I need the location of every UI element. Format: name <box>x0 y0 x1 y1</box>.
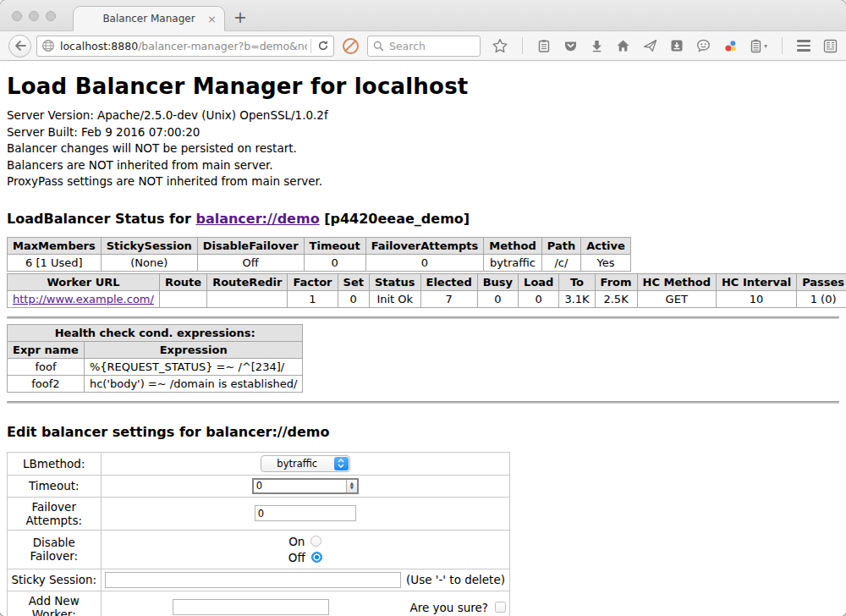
feedback-smiley-icon[interactable] <box>696 39 711 52</box>
col-elected: Elected <box>420 273 477 290</box>
cell-hc-method: GET <box>637 290 716 307</box>
col-hc-interval: HC Interval <box>716 273 796 290</box>
sticky-session-row: Sticky Session: (Use '-' to delete) <box>8 569 510 591</box>
col-routeredir: RouteRedir <box>207 273 288 290</box>
menu-hamburger-icon[interactable] <box>797 40 810 51</box>
url-bar[interactable]: localhost:8880/balancer-manager?b=demo&n… <box>36 36 334 57</box>
section-divider-1 <box>7 316 839 319</box>
search-icon <box>373 41 384 52</box>
extension-colored-dots-icon[interactable] <box>723 39 738 53</box>
cell-expression-2: hc('body') =~ /domain is established/ <box>84 375 303 392</box>
worker-table: Worker URL Route RouteRedir Factor Set S… <box>7 273 846 308</box>
server-info: Server Version: Apache/2.5.0-dev (Unix) … <box>7 107 839 190</box>
radio-off-label: Off <box>288 551 305 564</box>
are-you-sure-label: Are you sure? <box>410 601 489 614</box>
section-divider-2 <box>7 401 839 404</box>
server-version-line: Server Version: Apache/2.5.0-dev (Unix) … <box>7 107 839 124</box>
failover-attempts-row: Failover Attempts: <box>8 497 510 530</box>
cell-from: 2.5K <box>595 290 637 307</box>
col-passes: Passes <box>797 273 846 290</box>
cell-expression-1: %{REQUEST_STATUS} =~ /^[234]/ <box>84 358 303 375</box>
worker-url-link[interactable]: http://www.example.com/ <box>13 293 154 305</box>
url-text[interactable]: localhost:8880/balancer-manager?b=demo&n… <box>60 40 307 52</box>
url-path: /balancer-manager?b=demo&nonce=decc37be-… <box>138 40 307 52</box>
select-stepper-icon <box>334 457 349 470</box>
tab-balancer-manager[interactable]: Balancer Manager × <box>73 6 225 31</box>
failover-on-radio[interactable] <box>310 536 321 547</box>
cell-elected: 7 <box>420 290 477 307</box>
home-icon[interactable] <box>616 39 630 52</box>
col-method: Method <box>484 237 541 254</box>
proxypass-notice-line: ProxyPass settings are NOT inherited fro… <box>7 173 839 190</box>
timeout-field: ▲▼ <box>101 475 510 497</box>
cell-method: bytraffic <box>484 254 541 271</box>
reload-icon[interactable] <box>317 40 329 52</box>
zoom-window-button[interactable] <box>46 11 56 21</box>
session-manager-icon[interactable] <box>750 39 761 53</box>
number-spinner-icon[interactable]: ▲▼ <box>346 480 357 492</box>
timeout-input[interactable] <box>254 480 346 492</box>
back-button[interactable] <box>8 35 31 58</box>
col-expr-name: Expr name <box>8 341 85 358</box>
inherit-notice-line: Balancers are NOT inherited from main se… <box>7 157 839 174</box>
col-load: Load <box>519 273 559 290</box>
back-arrow-icon <box>14 41 26 51</box>
reading-list-icon[interactable] <box>537 39 551 53</box>
search-bar[interactable]: Search <box>367 36 481 57</box>
col-timeout: Timeout <box>304 237 365 254</box>
health-row-foof2: foof2 hc('body') =~ /domain is establish… <box>8 375 303 392</box>
minimize-window-button[interactable] <box>29 11 39 21</box>
health-table-title: Health check cond. expressions: <box>8 324 303 341</box>
lbmethod-select[interactable]: bytraffic <box>261 455 350 472</box>
failover-off-radio[interactable] <box>311 552 322 563</box>
balancer-demo-link[interactable]: balancer://demo <box>195 211 319 227</box>
col-hc-method: HC Method <box>637 273 716 290</box>
are-you-sure-checkbox[interactable] <box>495 602 506 613</box>
balancer-status-table: MaxMembers StickySession DisableFailover… <box>7 237 631 272</box>
browser-window: Balancer Manager × + localhost:8880/bala… <box>0 0 846 616</box>
col-route: Route <box>159 273 206 290</box>
cell-expr-name-2: foof2 <box>8 375 85 392</box>
add-worker-input[interactable] <box>173 599 329 615</box>
failover-attempts-label: Failover Attempts: <box>8 497 102 530</box>
loadbalancer-status-heading: LoadBalancer Status for balancer://demo … <box>7 211 839 227</box>
url-host: localhost:8880 <box>60 40 138 52</box>
balancer-data-row: 6 [1 Used] (None) Off 0 0 bytraffic /c/ … <box>8 254 631 271</box>
save-page-icon[interactable] <box>670 39 684 52</box>
new-tab-button[interactable]: + <box>233 8 247 26</box>
worker-header-row: Worker URL Route RouteRedir Factor Set S… <box>8 273 846 290</box>
bookmark-star-icon[interactable] <box>492 38 508 53</box>
sticky-session-field: (Use '-' to delete) <box>101 569 510 591</box>
cell-routeredir <box>207 290 288 307</box>
cell-failoverattempts: 0 <box>365 254 484 271</box>
col-from: From <box>595 273 637 290</box>
cell-timeout: 0 <box>304 254 365 271</box>
balancer-settings-form: LBmethod: bytraffic Timeout: <box>7 452 510 616</box>
pocket-icon[interactable] <box>563 39 578 52</box>
cell-disablefailover: Off <box>197 254 304 271</box>
close-window-button[interactable] <box>12 11 22 21</box>
toolbar-icons: ▾ <box>492 37 838 54</box>
lbmethod-selected-value: bytraffic <box>261 458 333 470</box>
window-controls <box>12 11 56 21</box>
col-active: Active <box>581 237 631 254</box>
col-disablefailover: DisableFailover <box>197 237 304 254</box>
sticky-session-input[interactable] <box>105 572 401 588</box>
send-tab-icon[interactable] <box>643 39 657 52</box>
cell-active: Yes <box>581 254 631 271</box>
cell-maxmembers: 6 [1 Used] <box>8 254 102 271</box>
health-row-foof: foof %{REQUEST_STATUS} =~ /^[234]/ <box>8 358 303 375</box>
downloads-icon[interactable] <box>591 39 603 52</box>
edit-settings-heading: Edit balancer settings for balancer://de… <box>7 424 839 440</box>
cell-stickysession: (None) <box>101 254 197 271</box>
tab-bar: Balancer Manager × + <box>0 0 846 31</box>
plugin-blocked-icon[interactable] <box>343 38 359 54</box>
navigation-toolbar: localhost:8880/balancer-manager?b=demo&n… <box>0 31 846 61</box>
dropdown-caret-icon[interactable]: ▾ <box>764 42 767 50</box>
tab-groups-icon[interactable] <box>823 39 838 53</box>
cell-worker-url: http://www.example.com/ <box>8 290 160 307</box>
lbmethod-field: bytraffic <box>101 452 510 475</box>
failover-attempts-input[interactable] <box>255 505 356 521</box>
urlbar-divider <box>310 39 311 53</box>
tab-close-icon[interactable]: × <box>207 14 217 25</box>
